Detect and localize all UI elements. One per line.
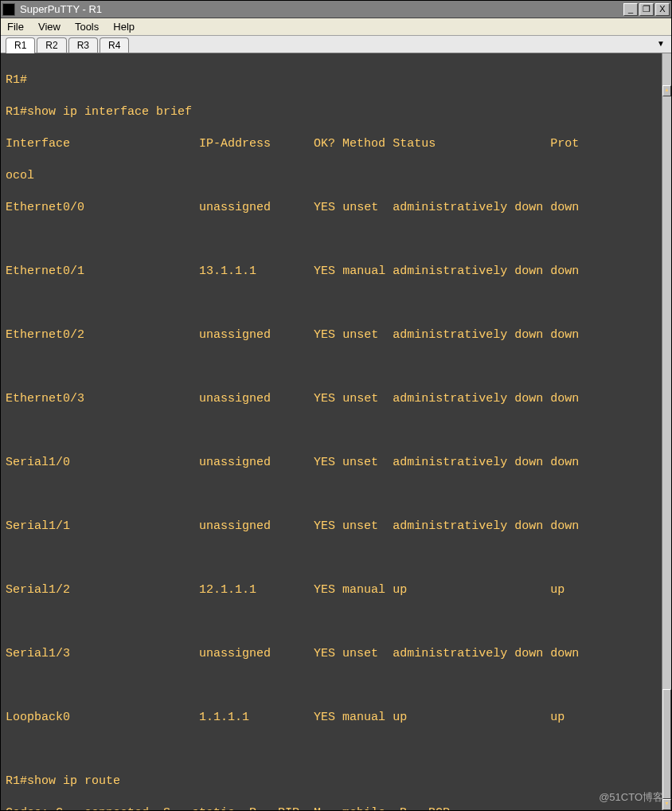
iface-row: Serial1/0 unassigned YES unset administr… [6,455,666,471]
close-button[interactable]: X [655,3,670,16]
iface-row: Loopback0 1.1.1.1 YES manual up up [6,710,666,726]
tab-r1[interactable]: R1 [6,37,35,53]
menu-tools[interactable]: Tools [75,21,99,33]
menu-bar: File View Tools Help [1,18,671,36]
tab-bar: R1 R2 R3 R4 ▼ [1,36,671,53]
iface-row: Ethernet0/2 unassigned YES unset adminis… [6,327,666,343]
tab-r2[interactable]: R2 [37,37,66,53]
title-bar[interactable]: SuperPuTTY - R1 _ ❐ X [1,1,671,18]
scroll-down-icon[interactable]: ▾ [662,799,671,810]
header-wrap: ocol [6,168,666,184]
maximize-button[interactable]: ❐ [639,3,654,16]
menu-file[interactable]: File [7,21,24,33]
iface-row: Serial1/3 unassigned YES unset administr… [6,646,666,662]
cmd-line: R1#show ip route [6,774,666,789]
scrollbar[interactable]: ▴ ▾ [662,53,671,810]
tab-r4[interactable]: R4 [100,37,129,53]
col-ip: IP-Address [199,137,271,151]
header-row: Interface IP-Address OK? Method Status P… [6,136,666,152]
iface-row: Ethernet0/0 unassigned YES unset adminis… [6,200,666,216]
col-proto1: Prot [550,137,579,151]
prompt-line: R1# [6,72,666,88]
col-status: Status [393,137,436,151]
iface-row: Serial1/1 unassigned YES unset administr… [6,519,666,535]
terminal-output[interactable]: R1# R1#show ip interface brief Interface… [1,53,671,810]
col-method: Method [342,137,385,151]
iface-row: Ethernet0/1 13.1.1.1 YES manual administ… [6,264,666,280]
menu-view[interactable]: View [38,21,61,33]
codes-line: Codes: C - connected, S - static, R - RI… [6,805,666,810]
cmd-line: R1#show ip interface brief [6,104,666,120]
menu-help[interactable]: Help [113,21,135,33]
window-title: SuperPuTTY - R1 [20,3,622,15]
col-iface: Interface [6,137,70,151]
app-window: SuperPuTTY - R1 _ ❐ X File View Tools He… [0,0,672,811]
iface-row: Serial1/2 12.1.1.1 YES manual up up [6,582,666,598]
scroll-track[interactable] [662,65,671,799]
app-icon [2,3,15,16]
tab-dropdown-icon[interactable]: ▼ [657,39,665,48]
tab-r3[interactable]: R3 [68,37,98,53]
scroll-thumb[interactable] [662,689,671,799]
col-ok: OK? [314,137,335,151]
minimize-button[interactable]: _ [623,3,638,16]
watermark: @51CTO博客 [599,789,663,805]
iface-row: Ethernet0/3 unassigned YES unset adminis… [6,391,666,407]
